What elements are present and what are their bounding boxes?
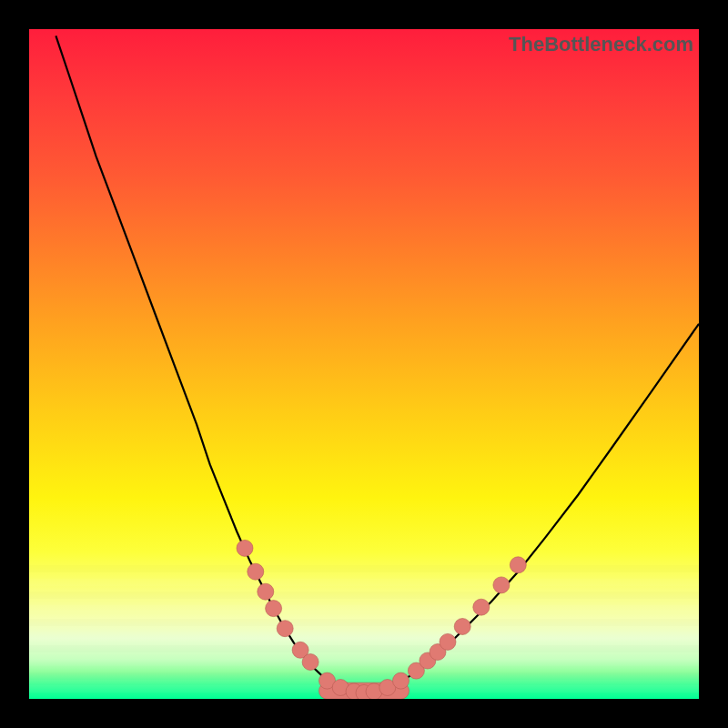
sample-dot-right xyxy=(440,633,456,650)
sample-dot-left xyxy=(237,540,253,556)
sample-dot-left xyxy=(258,583,274,600)
bottleneck-curve xyxy=(56,35,699,693)
sample-dot-left xyxy=(302,654,318,671)
sample-dot-right xyxy=(493,577,510,593)
sample-dot-right xyxy=(473,599,490,615)
sample-dot-left xyxy=(266,601,282,617)
sample-dot-right xyxy=(510,557,526,573)
sample-dot-right xyxy=(454,619,470,635)
sample-dot-left xyxy=(248,563,264,580)
sample-dot-bottom xyxy=(393,672,410,689)
sample-dot-left xyxy=(277,621,293,637)
bottleneck-chart xyxy=(29,29,699,699)
